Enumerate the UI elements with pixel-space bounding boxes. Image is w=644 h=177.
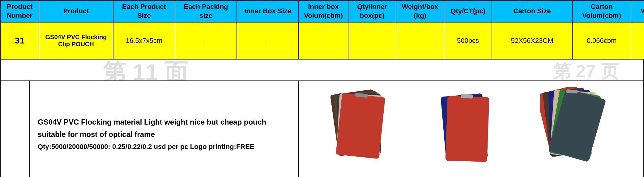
- bottom-description-area: GS04V PVC Flocking material Light weight…: [30, 81, 299, 177]
- bottom-left-indent: [1, 81, 30, 177]
- col-header-product: Product: [39, 0, 113, 22]
- cell-qty-ct: 500pcs: [444, 22, 492, 59]
- cell-each-product-size: 16.5x7x5cm: [113, 22, 175, 59]
- description-line1: GS04V PVC Flocking material Light weight…: [36, 116, 292, 141]
- pouch-image-1: [328, 89, 399, 177]
- svg-rect-7: [445, 96, 489, 162]
- col-header-each-packing-size: Each Packing size: [175, 0, 237, 22]
- bottom-images-area: [299, 81, 643, 177]
- svg-rect-8: [461, 94, 473, 99]
- col-header-weight-ct: Weight/ct(kg): [631, 0, 644, 22]
- pouch-image-2: [439, 89, 501, 177]
- cell-each-packing-size: -: [175, 22, 237, 59]
- col-header-each-product-size: Each Product Size: [113, 0, 175, 22]
- col-header-qty-ct: Qty/CT(pc): [444, 0, 492, 22]
- cell-product: GS04V PVC Flocking Clip POUCH: [39, 22, 113, 59]
- cell-qty-inner-box: [348, 22, 396, 59]
- cell-carton-volum: 0.066cbm: [572, 22, 631, 59]
- cell-inner-box-volum: -: [299, 22, 348, 59]
- cell-weight-ct: 17.3kg: [631, 22, 644, 59]
- col-header-inner-box-size: Inner Box Size: [237, 0, 299, 22]
- watermark-right: 第 27 页: [553, 60, 619, 81]
- col-header-inner-box-volum: Inner box Volum(cbm): [299, 0, 348, 22]
- col-header-product-number: Product Number: [0, 0, 39, 22]
- col-header-carton-size: Carton Size: [492, 0, 572, 22]
- cell-inner-box-size: -: [237, 22, 299, 59]
- pouch-image-3: [540, 87, 614, 177]
- svg-rect-4: [336, 93, 385, 159]
- cell-carton-size: 52X56X23CM: [492, 22, 572, 59]
- description-line2: Qty:5000/20000/50000: 0.25/0.22/0.2 usd …: [36, 141, 292, 152]
- table-header-row: Product Number Product Each Product Size…: [0, 0, 644, 22]
- table-row: 31 GS04V PVC Flocking Clip POUCH 16.5x7x…: [0, 22, 644, 59]
- col-header-weight-box: Weight/box (kg): [396, 0, 444, 22]
- col-header-carton-volum: Carton Volum(cbm): [572, 0, 631, 22]
- col-header-qty-inner-box: Qty/Inner box(pc): [348, 0, 396, 22]
- bottom-section: GS04V PVC Flocking material Light weight…: [0, 81, 644, 177]
- watermark-row: 第 11 面 第 27 页: [0, 60, 644, 81]
- watermark-left: 第 11 面: [103, 60, 188, 81]
- cell-weight-box: [396, 22, 444, 59]
- product-table: Product Number Product Each Product Size…: [0, 0, 644, 60]
- cell-product-number: 31: [0, 22, 39, 59]
